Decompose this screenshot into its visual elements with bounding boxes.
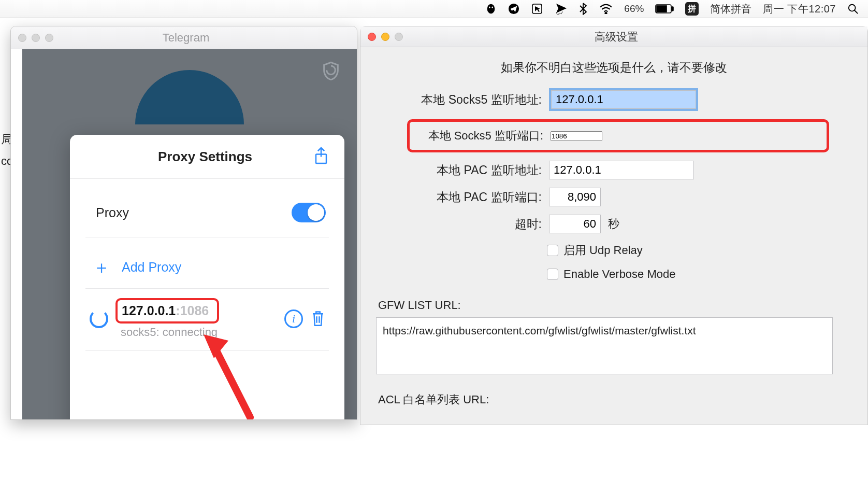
socks-port-input[interactable] [551, 131, 602, 141]
pac-addr-label: 本地 PAC 监听地址: [376, 162, 542, 178]
proxy-entry[interactable]: 127.0.0.1:1086 socks5: connecting i [85, 289, 329, 351]
ime-label[interactable]: 简体拼音 [710, 2, 751, 16]
adv-titlebar: 高级设置 [360, 26, 867, 47]
proxy-toggle-row: Proxy [85, 184, 329, 237]
svg-point-2 [492, 6, 493, 8]
udp-relay-checkbox[interactable] [547, 245, 558, 256]
spotlight-icon[interactable] [847, 3, 859, 15]
spinner-icon [90, 310, 108, 328]
telegram-title: Telegram [22, 31, 350, 45]
share-button[interactable] [313, 146, 331, 167]
socks-addr-input[interactable] [551, 90, 696, 109]
pac-port-label: 本地 PAC 监听端口: [376, 189, 542, 205]
adv-title: 高级设置 [372, 30, 860, 44]
svg-point-1 [489, 6, 490, 8]
telegram-window: Telegram Proxy Settings [10, 26, 357, 420]
popup-title: Proxy Settings [97, 149, 313, 165]
qq-icon[interactable] [485, 3, 497, 15]
timeout-suffix: 秒 [608, 216, 619, 232]
proxy-ip-highlight: 127.0.0.1:1086 [115, 298, 219, 324]
socks-port-label: 本地 Socks5 监听端口: [410, 128, 543, 144]
add-proxy-button[interactable]: ＋ Add Proxy [85, 237, 329, 289]
proxy-switch[interactable] [292, 203, 326, 222]
wifi-icon[interactable] [599, 4, 613, 14]
pac-addr-input[interactable] [549, 161, 694, 179]
timeout-label: 超时: [376, 216, 542, 232]
svg-point-10 [849, 5, 856, 11]
svg-point-0 [487, 4, 495, 13]
adv-warning: 如果你不明白这些选项是什么，请不要修改 [376, 60, 852, 76]
send-icon[interactable]: G✓ [555, 3, 567, 15]
gfw-url-textarea[interactable]: https://raw.githubusercontent.com/gfwlis… [376, 317, 833, 374]
acl-label: ACL 白名单列表 URL: [378, 392, 852, 407]
shield-icon[interactable] [321, 61, 341, 81]
battery-icon[interactable] [655, 4, 674, 13]
proxy-ip: 127.0.0.1 [122, 303, 176, 318]
socks-port-highlight: 本地 Socks5 监听端口: [407, 119, 829, 152]
cursor-icon[interactable] [531, 3, 543, 15]
svg-point-6 [605, 12, 607, 14]
proxy-label: Proxy [96, 205, 129, 220]
svg-rect-9 [657, 6, 667, 12]
proxy-port: 1086 [180, 303, 209, 318]
svg-text:G✓: G✓ [556, 10, 564, 15]
verbose-label: Enable Verbose Mode [563, 268, 676, 281]
add-proxy-label: Add Proxy [122, 260, 181, 275]
verbose-checkbox[interactable] [547, 269, 558, 280]
mac-menubar: G✓ 66% 拼 简体拼音 周一 下午12:07 [0, 0, 868, 18]
bluetooth-icon[interactable] [578, 3, 588, 15]
svg-line-11 [855, 10, 858, 13]
delete-button[interactable] [310, 310, 329, 328]
avatar [135, 70, 244, 124]
telegram-content: Proxy Settings Proxy ＋ [22, 49, 357, 419]
timeout-input[interactable] [549, 215, 601, 233]
proxy-status: socks5: connecting [119, 326, 277, 339]
ime-indicator-icon[interactable]: 拼 [685, 2, 699, 16]
svg-rect-8 [672, 7, 673, 11]
battery-percent: 66% [624, 3, 644, 15]
gfw-label: GFW LIST URL: [378, 299, 852, 312]
plus-icon: ＋ [93, 258, 110, 276]
pac-port-input[interactable] [549, 188, 601, 206]
background-strip: 局 co [0, 124, 11, 373]
proxy-settings-popup: Proxy Settings Proxy ＋ [70, 135, 344, 420]
socks-addr-label: 本地 Socks5 监听地址: [376, 92, 542, 108]
menubar-clock[interactable]: 周一 下午12:07 [763, 2, 836, 16]
telegram-titlebar: Telegram [11, 26, 357, 49]
info-button[interactable]: i [284, 310, 303, 328]
udp-relay-label: 启用 Udp Relay [563, 243, 643, 258]
advanced-settings-window: 高级设置 如果你不明白这些选项是什么，请不要修改 本地 Socks5 监听地址:… [360, 26, 868, 425]
telegram-icon[interactable] [508, 3, 519, 15]
